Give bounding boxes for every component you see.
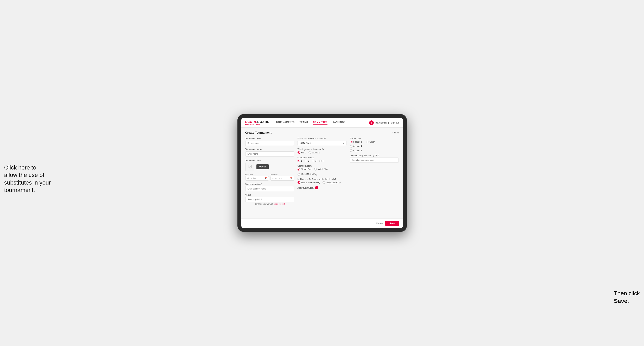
scoring-stroke[interactable]: Stroke Play (298, 168, 312, 171)
tournament-name-input[interactable] (245, 151, 294, 157)
scoring-group: Scoring system Stroke Play Match Play (298, 165, 346, 176)
tablet-frame: SCOREBOARD Powered by clippd TOURNAMENTS… (238, 114, 407, 232)
nav-committee[interactable]: COMMITTEE (313, 121, 328, 125)
back-button[interactable]: ‹ Back (392, 131, 399, 134)
rounds-4-radio[interactable] (319, 160, 322, 162)
api-group: Use third-party live scoring API? (350, 155, 399, 163)
format-other-radio[interactable] (366, 141, 368, 143)
sponsor-group: Sponsor (optional) (245, 183, 294, 191)
scoring-match[interactable]: Match Play (314, 168, 328, 171)
rounds-group: Number of rounds 1 2 (298, 157, 346, 162)
gender-womens-radio[interactable] (308, 151, 311, 154)
substitutes-checkbox[interactable] (315, 186, 318, 189)
nav-rankings[interactable]: RANKINGS (332, 121, 346, 125)
end-date-group: End date Pick a date 📅 (270, 173, 294, 181)
scoring-medal[interactable]: Medal Match Play (298, 173, 317, 176)
form-col-middle: Which division is the event for? NCAA Di… (298, 138, 346, 205)
venue-input[interactable] (245, 197, 294, 202)
format-6count4-radio[interactable] (350, 145, 352, 148)
gender-mens[interactable]: Mens (298, 151, 306, 154)
email-support-link[interactable]: email support (274, 203, 285, 205)
gender-womens[interactable]: Womens (308, 151, 320, 154)
form-col-left: Tournament Host Tournament name Tourname… (245, 138, 294, 205)
substitutes-label: Allow substitutes? (298, 187, 314, 189)
annotation-left: Click here to allow the use of substitut… (4, 164, 51, 194)
sponsor-label: Sponsor (optional) (245, 183, 294, 185)
scoring-match-radio[interactable] (314, 168, 317, 171)
nav-tournaments[interactable]: TOURNAMENTS (276, 121, 295, 125)
nav-user: B blair admin | Sign out (369, 120, 399, 125)
division-select[interactable]: NCAA Division I (298, 141, 346, 146)
name-group: Tournament name (245, 148, 294, 157)
save-button[interactable]: Save (385, 221, 399, 226)
logo-group: Tournament logo Upload (245, 159, 294, 171)
scoring-options: Stroke Play Match Play Medal Match Play (298, 168, 346, 176)
logo-area: SCOREBOARD Powered by clippd (245, 120, 270, 125)
date-row: Start date Pick a date 📅 End date Pick a… (245, 173, 294, 181)
teams-group: Is this event for Teams and/or Individua… (298, 178, 346, 184)
rounds-4[interactable]: 4 (319, 160, 324, 162)
end-date-input[interactable]: Pick a date 📅 (270, 176, 294, 181)
annotation-right: Then click Save. (614, 290, 640, 305)
username: blair admin (375, 122, 386, 124)
rounds-3-radio[interactable] (312, 160, 314, 162)
logo-scoreboard: SCOREBOARD (245, 120, 270, 124)
teams-plus-individuals[interactable]: Teams (+Individuals) (298, 181, 320, 184)
rounds-1-radio[interactable] (298, 160, 300, 162)
calendar-icon-2: 📅 (290, 177, 292, 179)
substitutes-group: Allow substitutes? (298, 186, 346, 189)
scoring-medal-radio[interactable] (298, 173, 300, 176)
individuals-only[interactable]: Individuals Only (322, 181, 341, 184)
search-team-input[interactable] (245, 141, 294, 146)
scoring-label: Scoring system (298, 165, 346, 167)
form-grid: Tournament Host Tournament name Tourname… (245, 138, 399, 205)
substitutes-row: Allow substitutes? (298, 186, 346, 189)
upload-button[interactable]: Upload (256, 164, 269, 169)
gender-mens-radio[interactable] (298, 151, 300, 154)
gender-label: Which gender is the event for? (298, 148, 346, 151)
page-title: Create Tournament (245, 131, 272, 134)
rounds-label: Number of rounds (298, 157, 346, 159)
gender-options: Mens Womens (298, 151, 346, 154)
individuals-radio[interactable] (322, 181, 325, 184)
avatar: B (369, 120, 374, 125)
host-label: Tournament Host (245, 138, 294, 140)
rounds-options: 1 2 3 4 (298, 160, 346, 162)
page-footer: Cancel Save (241, 218, 403, 228)
start-date-input[interactable]: Pick a date 📅 (245, 176, 269, 181)
teams-options: Teams (+Individuals) Individuals Only (298, 181, 346, 184)
format-6count4[interactable]: 6 count 4 (350, 145, 399, 148)
gender-group: Which gender is the event for? Mens Wome… (298, 148, 346, 154)
teams-label: Is this event for Teams and/or Individua… (298, 178, 346, 180)
sign-out-link[interactable]: Sign out (390, 122, 399, 124)
rounds-3[interactable]: 3 (312, 160, 316, 162)
format-label: Format type (350, 138, 399, 140)
format-6count5[interactable]: 6 count 5 (350, 149, 399, 152)
logo-upload-row: Upload (245, 162, 294, 171)
scoring-service-input[interactable] (350, 158, 399, 163)
venue-help: Can't find your venue? email support (245, 203, 294, 205)
format-5count4-radio[interactable] (350, 141, 352, 143)
format-group: Format type 5 count 4 Other (350, 138, 399, 152)
nav-bar: SCOREBOARD Powered by clippd TOURNAMENTS… (241, 118, 403, 128)
host-group: Tournament Host (245, 138, 294, 146)
cancel-button[interactable]: Cancel (376, 222, 383, 224)
division-label: Which division is the event for? (298, 138, 346, 140)
venue-label: Venue (245, 194, 294, 196)
rounds-2[interactable]: 2 (304, 160, 309, 162)
nav-teams[interactable]: TEAMS (300, 121, 308, 125)
teams-radio[interactable] (298, 181, 300, 184)
format-options: 5 count 4 Other 6 count 4 (350, 141, 399, 152)
format-6count5-radio[interactable] (350, 149, 352, 152)
nav-links: TOURNAMENTS TEAMS COMMITTEE RANKINGS (276, 121, 370, 125)
sponsor-input[interactable] (245, 186, 294, 191)
format-other[interactable]: Other (366, 141, 374, 143)
rounds-2-radio[interactable] (304, 160, 307, 162)
scoring-stroke-radio[interactable] (298, 168, 300, 171)
start-date-group: Start date Pick a date 📅 (245, 173, 269, 181)
start-date-label: Start date (245, 173, 269, 176)
rounds-1[interactable]: 1 (298, 160, 302, 162)
format-5count4[interactable]: 5 count 4 (350, 141, 362, 143)
logo-label: Tournament logo (245, 159, 294, 161)
logo-powered: Powered by clippd (245, 124, 270, 125)
